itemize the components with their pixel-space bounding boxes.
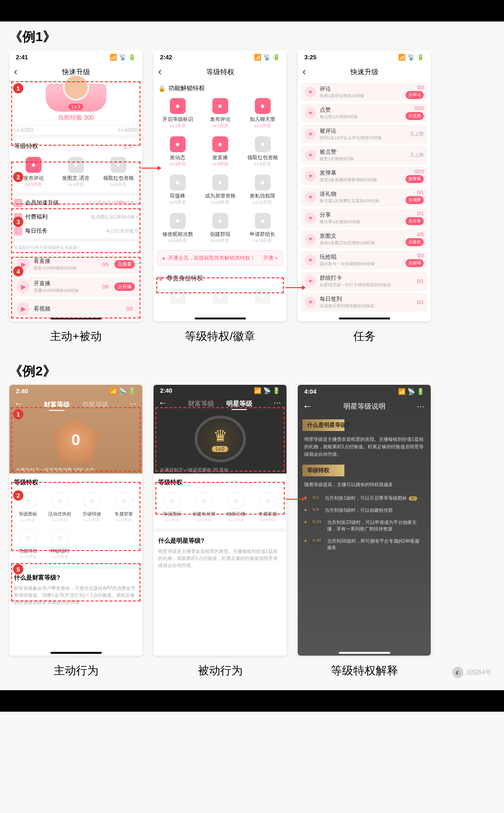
vip-banner[interactable]: ♦ 开通会员，直接获取所有解锁类特权！ 开通 >	[157, 250, 283, 266]
task-item[interactable]: ♥ 分享 每分享1次增加50经验 0/1 去分享	[301, 209, 427, 227]
task-item[interactable]: ▶ 开直播 直播10分钟增加100经验 0/6 去开播	[13, 277, 139, 297]
priv-title: 开启等级标识	[156, 116, 199, 123]
member-speedup[interactable]: 会员加速升级	[25, 199, 59, 206]
task-item[interactable]: ♥ 发图文 发布1条图文动态增加100经验 0/5 去发布	[301, 230, 427, 248]
priv-item[interactable]: ● 开启等级标识 Lv.1开启	[156, 98, 199, 129]
task-item[interactable]: ♥ 群组打卡 在群组完成一次打卡增加相应的经验值 0/1	[301, 272, 427, 290]
priv-item[interactable]: ○ 活动优先权 Lv.1开启	[44, 492, 76, 523]
priv-title: 升级特效	[76, 511, 108, 517]
task-button[interactable]: 去抢唱	[406, 259, 424, 267]
task-item[interactable]: ▶ 看直播 观看10分钟增加50经验 0/5 去观看	[13, 255, 139, 274]
task-title: 送礼物	[320, 190, 402, 198]
caption-b: 等级特权/徽章	[154, 329, 287, 344]
task-icon: ♥	[305, 212, 316, 224]
task-item[interactable]: ♥ 点赞 每点赞1次增加5经验 0/20 去点赞	[301, 104, 427, 122]
priv-item[interactable]: ● 领取红包资格 Lv.6开启	[97, 157, 140, 188]
tab-star[interactable]: 明星等级	[82, 401, 108, 409]
priv-title: 领取红包资格	[241, 154, 284, 161]
priv-item[interactable]: ○ 创建粉丝群 Lv.5开启	[188, 492, 220, 523]
home-indicator	[50, 318, 102, 319]
battery-icon: 🔋	[128, 54, 136, 61]
privileges-header: 等级特权	[9, 474, 142, 489]
task-subtitle: 被赞1次增加5经验	[320, 156, 406, 162]
task-button[interactable]: 去开播	[114, 283, 135, 291]
task-button[interactable]: 去观看	[114, 260, 135, 269]
top-black-bar	[0, 0, 504, 21]
tab-wealth[interactable]: 财富等级	[188, 400, 214, 408]
arrow-priv-to-badges	[141, 168, 161, 169]
task-button[interactable]: 发弹幕	[406, 175, 424, 183]
navbar-title: 等级特权	[154, 68, 287, 77]
back-icon[interactable]: ←	[158, 397, 168, 408]
task-button[interactable]: 去分享	[406, 217, 424, 225]
priv-item[interactable]: ● 发私信权限 Lv.12开启	[241, 175, 284, 205]
priv-icon: ●	[111, 157, 126, 173]
pay-welfare[interactable]: 付费福利	[25, 213, 48, 220]
member-bonus[interactable]: 会员可额外获得50%经验>	[84, 200, 138, 206]
priv-unlock: Lv.16开启	[199, 238, 241, 244]
priv-icon: ○	[115, 492, 132, 509]
task-button[interactable]: 去消费	[406, 196, 424, 204]
priv-item[interactable]: ● 申请群组长 Lv.19开启	[241, 213, 284, 244]
task-item[interactable]: ♥ 玩抢唱 成功参与一次抢唱增加50经验 0/3 去抢唱	[301, 251, 427, 269]
back-icon[interactable]: ←	[14, 398, 23, 409]
more-icon[interactable]: ⋯	[273, 398, 282, 407]
priv-item[interactable]: ● 发直播 Lv.3开启	[199, 136, 241, 167]
what-is-wealth-title: 什么是财富等级?	[14, 573, 138, 582]
level-badge: lv.1	[310, 495, 321, 502]
priv-item[interactable]: ● 发布评论 Lv.2开启	[199, 98, 241, 129]
priv-item[interactable]: ○ 专属管家 Lv.37开启	[108, 492, 140, 523]
priv-icon: ○	[196, 492, 212, 509]
priv-title: 成为房管资格	[199, 192, 241, 199]
priv-item[interactable]: ○ 等级图标 Lv.1开启	[156, 492, 188, 523]
priv-item[interactable]: ● 加入聊天室 Lv.2开启	[241, 98, 284, 129]
priv-item[interactable]: ○ 独家主播 Lv.23开启	[220, 492, 252, 523]
priv-unlock: Lv.37开启	[108, 517, 140, 523]
status-bar: 4:04 📶 📡 🔋	[298, 385, 431, 398]
priv-item[interactable]: ● 应援棒 Lv.9开启	[156, 175, 199, 205]
vip-open-link[interactable]: 开通 >	[263, 255, 278, 262]
priv-item[interactable]: ○ 神秘福利 Lv.37开启	[44, 529, 76, 559]
task-item[interactable]: ♥ 评论 发表1条评论增加10经验 0/3 去评论	[301, 83, 427, 101]
priv-item[interactable]: ● 发动态 Lv.3开启	[156, 136, 199, 167]
priv-item[interactable]: ○ 专属客服 Lv.50开启	[252, 492, 284, 523]
badge-icon: ●	[255, 288, 271, 304]
priv-title: 专属管家	[108, 511, 140, 517]
example1-captions: 主动+被动 等级特权/徽章 任务	[0, 321, 504, 356]
privileges-more[interactable]: 更多 >	[123, 143, 138, 150]
task-button[interactable]: 去点赞	[406, 112, 424, 120]
task-item[interactable]: ▶ 看视频 0/5	[13, 299, 139, 318]
priv-item[interactable]: ● 领取红包资格 Lv.6开启	[241, 136, 284, 167]
task-button[interactable]: 去发布	[406, 238, 424, 246]
more-icon[interactable]: ⋯	[417, 402, 425, 411]
watermark-text: 后院64号	[466, 668, 491, 677]
tab-star[interactable]: 明星等级	[226, 400, 252, 408]
task-subtitle: 发表1条评论增加10经验	[320, 93, 402, 99]
priv-item[interactable]: ● 发图文,语音 Lv.4开启	[55, 157, 97, 188]
task-title: 群组打卡	[320, 274, 413, 282]
priv-icon: ●	[212, 213, 228, 229]
task-item[interactable]: ♥ 被评论 收到1条10字以上评论增加10经验 无上限	[301, 125, 427, 143]
daily-tasks[interactable]: 每日任务	[25, 227, 48, 234]
progress-text: 距离升到下一级还需要收 20 荔枝	[154, 467, 229, 474]
tab-wealth[interactable]: 财富等级	[44, 401, 70, 409]
task-item[interactable]: ♥ 被点赞 被赞1次增加5经验 无上限	[301, 146, 427, 164]
task-item[interactable]: ♥ 发弹幕 发送1条直播间弹幕增加10经验 0/10 发弹幕	[301, 167, 427, 185]
priv-item[interactable]: ○ 功能特权 Lv.27开启	[12, 529, 44, 559]
priv-item[interactable]: ○ 升级特效 Lv.10开启	[76, 492, 108, 523]
level-hero: Lv.3 当前经验 300	[9, 80, 142, 125]
level-desc: 当升到50级时，即可拥有平台专属的24h客服服务	[327, 538, 424, 551]
more-icon[interactable]: ⋯	[129, 399, 138, 408]
priv-unlock: Lv.1开启	[156, 123, 199, 129]
example2-phone-a: 2:40 📶 📡 🔋 ← ⋯ 财富等级 明星等级 0 距离升到下一级还需要消费 …	[9, 385, 142, 656]
task-button[interactable]: 去评论	[406, 91, 424, 99]
task-item[interactable]: ♥ 送礼物 每天第1次消费红豆奖励100经验 0/1 去消费	[301, 188, 427, 206]
priv-item[interactable]: ● 成为房管资格 Lv.10开启	[199, 175, 241, 205]
avatar	[63, 74, 89, 100]
priv-unlock: Lv.10开启	[76, 517, 108, 523]
task-count: 无上限	[410, 152, 424, 158]
priv-item[interactable]: ● 修改昵称次数 Lv.16开启	[156, 213, 199, 244]
priv-item[interactable]: ● 创建群组 Lv.16开启	[199, 213, 241, 244]
task-item[interactable]: ♥ 每日签到 完成每日签到增加相应经验值 0/1	[301, 293, 427, 311]
signal-icon: 📶	[110, 54, 117, 61]
